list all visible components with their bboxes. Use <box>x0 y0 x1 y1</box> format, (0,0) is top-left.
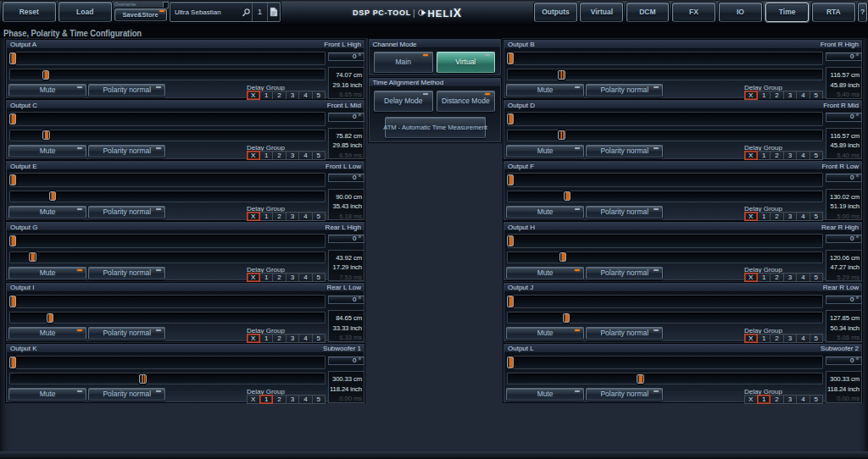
delay-slider-handle[interactable] <box>49 191 57 201</box>
phase-value[interactable]: 0 ° <box>826 235 862 243</box>
delay-group-option-2[interactable]: 2 <box>770 212 783 221</box>
polarity-button[interactable]: Polarity normal <box>586 267 663 279</box>
phase-slider[interactable] <box>9 234 326 248</box>
phase-value[interactable]: 0 ° <box>826 113 862 121</box>
delay-group-option-5[interactable]: 5 <box>810 395 823 404</box>
delay-group-option-2[interactable]: 2 <box>770 273 783 282</box>
delay-group-option-x[interactable]: X <box>744 151 758 160</box>
nav-virtual-button[interactable]: Virtual <box>580 3 623 22</box>
delay-group-option-3[interactable]: 3 <box>783 212 797 221</box>
polarity-button[interactable]: Polarity normal <box>586 206 663 218</box>
delay-group-option-3[interactable]: 3 <box>286 395 299 404</box>
distance-inch[interactable]: 118.24 inch <box>329 384 363 395</box>
mute-button[interactable]: Mute <box>506 206 583 218</box>
delay-slider[interactable] <box>507 69 823 80</box>
delay-group-option-5[interactable]: 5 <box>312 395 326 404</box>
delay-group-option-x[interactable]: X <box>247 212 260 221</box>
delay-slider-handle[interactable] <box>558 130 565 140</box>
phase-slider-handle[interactable] <box>9 357 17 368</box>
delay-group-option-4[interactable]: 4 <box>796 91 810 100</box>
phase-slider-handle[interactable] <box>9 174 17 186</box>
delay-group-option-2[interactable]: 2 <box>272 91 286 100</box>
reset-button[interactable]: Reset <box>3 2 57 22</box>
phase-slider[interactable] <box>507 52 823 66</box>
polarity-button[interactable]: Polarity normal <box>88 388 165 401</box>
delay-mode-button[interactable]: Delay Mode <box>374 91 434 113</box>
delay-group-option-x[interactable]: X <box>744 91 758 100</box>
delay-slider[interactable] <box>507 312 823 324</box>
overwrite-checkbox[interactable] <box>163 2 170 8</box>
delay-group-option-x[interactable]: X <box>247 334 260 343</box>
distance-cm[interactable]: 74.07 cm <box>329 70 363 80</box>
distance-inch[interactable]: 47.27 inch <box>826 263 860 273</box>
delay-slider-handle[interactable] <box>563 313 570 323</box>
delay-group-option-4[interactable]: 4 <box>796 212 810 221</box>
delay-group-option-4[interactable]: 4 <box>298 212 312 221</box>
polarity-button[interactable]: Polarity normal <box>586 84 663 97</box>
distance-mode-button[interactable]: Distance Mode <box>437 91 496 113</box>
delay-group-option-2[interactable]: 2 <box>770 334 783 343</box>
distance-inch[interactable]: 118.24 inch <box>826 384 860 395</box>
nav-outputs-button[interactable]: Outputs <box>534 3 577 22</box>
phase-slider-handle[interactable] <box>9 235 17 247</box>
phase-slider-handle[interactable] <box>507 174 515 186</box>
phase-value[interactable]: 0 ° <box>826 357 862 365</box>
delay-group-option-5[interactable]: 5 <box>810 212 823 221</box>
delay-slider-handle[interactable] <box>47 313 54 323</box>
delay-group-option-3[interactable]: 3 <box>783 334 797 343</box>
delay-group-option-1[interactable]: 1 <box>757 212 771 221</box>
distance-cm[interactable]: 75.82 cm <box>329 131 363 141</box>
delay-group-option-5[interactable]: 5 <box>312 212 326 221</box>
delay-slider[interactable] <box>507 191 823 202</box>
delay-group-option-4[interactable]: 4 <box>298 273 312 282</box>
delay-slider-handle[interactable] <box>139 374 147 384</box>
phase-slider-handle[interactable] <box>507 235 515 247</box>
phase-value[interactable]: 0 ° <box>328 235 364 243</box>
delay-group-option-x[interactable]: X <box>247 395 260 404</box>
distance-cm[interactable]: 116.57 cm <box>826 131 860 141</box>
delay-group-option-x[interactable]: X <box>247 273 260 282</box>
delay-slider[interactable] <box>9 312 326 324</box>
distance-inch[interactable]: 35.43 inch <box>329 202 363 212</box>
delay-group-option-1[interactable]: 1 <box>757 151 771 160</box>
delay-group-option-1[interactable]: 1 <box>757 334 771 343</box>
distance-inch[interactable]: 29.16 inch <box>329 80 363 91</box>
delay-group-option-2[interactable]: 2 <box>770 395 783 404</box>
delay-slider[interactable] <box>9 69 326 80</box>
phase-value[interactable]: 0 ° <box>826 53 862 61</box>
atm-button[interactable]: ATM - Automatic Time Measurement <box>385 117 486 138</box>
phase-value[interactable]: 0 ° <box>328 357 364 365</box>
polarity-button[interactable]: Polarity normal <box>88 206 165 218</box>
delay-group-option-3[interactable]: 3 <box>783 395 797 404</box>
delay-slider[interactable] <box>9 130 326 141</box>
delay-group-option-4[interactable]: 4 <box>298 151 312 160</box>
delay-group-option-3[interactable]: 3 <box>286 91 299 100</box>
delay-group-option-4[interactable]: 4 <box>298 91 312 100</box>
polarity-button[interactable]: Polarity normal <box>88 327 165 340</box>
delay-group-option-1[interactable]: 1 <box>259 212 273 221</box>
nav-rta-button[interactable]: RTA <box>812 3 856 22</box>
phase-value[interactable]: 0 ° <box>328 53 364 61</box>
phase-slider[interactable] <box>9 173 326 187</box>
delay-group-option-1[interactable]: 1 <box>259 273 273 282</box>
phase-slider[interactable] <box>9 356 326 370</box>
delay-group-option-1[interactable]: 1 <box>757 273 771 282</box>
delay-group-option-1[interactable]: 1 <box>259 91 273 100</box>
delay-group-option-1[interactable]: 1 <box>259 151 273 160</box>
phase-value[interactable]: 0 ° <box>826 174 862 182</box>
distance-cm[interactable]: 300.33 cm <box>826 374 860 384</box>
distance-cm[interactable]: 120.06 cm <box>826 253 860 263</box>
polarity-button[interactable]: Polarity normal <box>88 145 165 158</box>
phase-value[interactable]: 0 ° <box>328 296 364 304</box>
delay-slider[interactable] <box>507 373 823 384</box>
nav-io-button[interactable]: IO <box>719 3 762 22</box>
phase-slider[interactable] <box>9 112 326 126</box>
phase-value[interactable]: 0 ° <box>328 174 364 182</box>
delay-slider-handle[interactable] <box>564 191 571 201</box>
delay-slider[interactable] <box>9 191 326 202</box>
delay-slider-handle[interactable] <box>29 252 36 262</box>
delay-group-option-4[interactable]: 4 <box>796 151 810 160</box>
delay-group-option-x[interactable]: X <box>744 212 758 221</box>
nav-fx-button[interactable]: FX <box>672 3 715 22</box>
mute-button[interactable]: Mute <box>506 145 583 158</box>
